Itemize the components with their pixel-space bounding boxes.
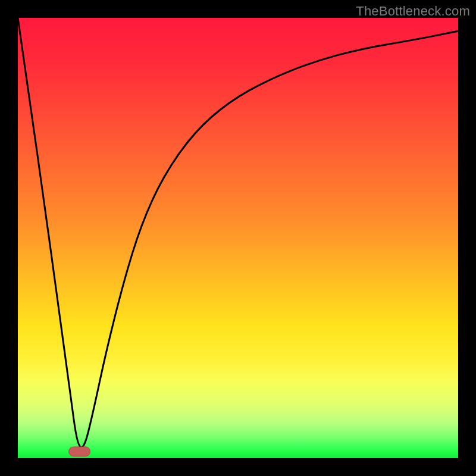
chart-frame: TheBottleneck.com bbox=[0, 0, 476, 476]
chart-overlay bbox=[18, 18, 458, 458]
bottleneck-curve bbox=[18, 18, 458, 447]
optimum-marker bbox=[69, 447, 90, 456]
watermark-text: TheBottleneck.com bbox=[356, 4, 470, 19]
